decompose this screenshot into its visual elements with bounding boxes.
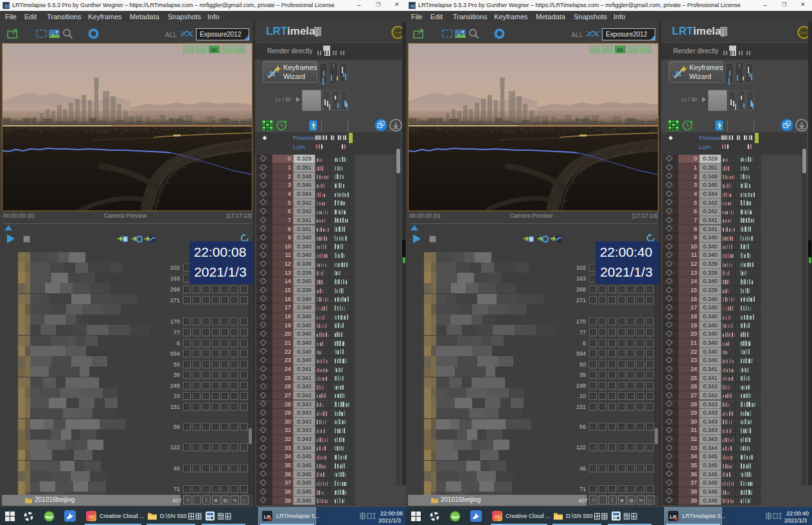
svg-text:co: co	[89, 514, 94, 519]
svg-text:GW: GW	[801, 31, 807, 35]
svg-text:co: co	[495, 514, 500, 519]
svg-text:GW: GW	[395, 31, 401, 35]
